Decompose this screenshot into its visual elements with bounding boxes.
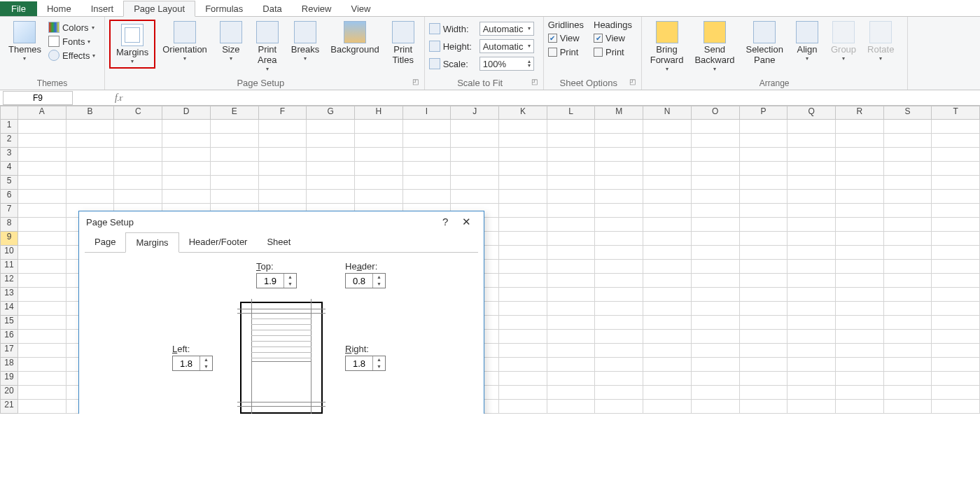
cell[interactable] xyxy=(595,316,643,330)
cell[interactable] xyxy=(403,134,451,148)
cell[interactable] xyxy=(547,358,596,372)
cell[interactable] xyxy=(595,330,643,344)
cell[interactable] xyxy=(114,148,162,162)
cell[interactable] xyxy=(18,288,66,302)
cell[interactable] xyxy=(114,120,162,134)
fx-icon[interactable]: f𝑥 xyxy=(115,92,122,104)
cell[interactable] xyxy=(595,260,643,274)
cell[interactable] xyxy=(932,134,980,148)
print-titles-button[interactable]: Print Titles xyxy=(386,20,420,67)
cell[interactable] xyxy=(451,162,499,176)
cell[interactable] xyxy=(932,148,980,162)
cell[interactable] xyxy=(18,260,66,274)
bring-forward-button[interactable]: Bring Forward▾ xyxy=(646,20,688,74)
cell[interactable] xyxy=(643,120,692,134)
cell[interactable] xyxy=(643,176,692,190)
cell[interactable] xyxy=(595,190,643,204)
top-margin-input[interactable] xyxy=(257,274,284,288)
cell[interactable] xyxy=(643,134,692,148)
cell[interactable] xyxy=(307,190,355,204)
cell[interactable] xyxy=(643,330,692,344)
cell[interactable] xyxy=(547,260,596,274)
column-header[interactable]: M xyxy=(595,106,643,120)
width-selector[interactable]: Automatic▾ xyxy=(479,22,534,36)
cell[interactable] xyxy=(740,330,788,344)
cell[interactable] xyxy=(836,120,884,134)
cell[interactable] xyxy=(595,358,643,372)
cell[interactable] xyxy=(114,190,162,204)
column-header[interactable]: C xyxy=(114,106,162,120)
cell[interactable] xyxy=(884,162,932,176)
page-setup-dialog-launcher[interactable]: ◰ xyxy=(412,78,419,85)
row-header[interactable]: 19 xyxy=(0,372,18,386)
cell[interactable] xyxy=(932,218,980,232)
cell[interactable] xyxy=(884,344,932,358)
ribbon-tab-data[interactable]: Data xyxy=(253,1,291,16)
spinner-arrows-icon[interactable]: ▲▼ xyxy=(200,356,212,370)
column-header[interactable]: E xyxy=(211,106,259,120)
ribbon-tab-insert[interactable]: Insert xyxy=(81,1,124,16)
dialog-close-button[interactable]: ✕ xyxy=(456,216,477,227)
cell[interactable] xyxy=(788,148,836,162)
cell[interactable] xyxy=(836,386,884,400)
cell[interactable] xyxy=(499,372,547,386)
cell[interactable] xyxy=(788,176,836,190)
right-margin-input[interactable] xyxy=(346,356,372,370)
cell[interactable] xyxy=(547,302,596,316)
cell[interactable] xyxy=(884,358,932,372)
cell[interactable] xyxy=(643,204,692,218)
cell[interactable] xyxy=(451,120,499,134)
column-header[interactable]: D xyxy=(162,106,211,120)
cell[interactable] xyxy=(932,330,980,344)
cell[interactable] xyxy=(499,162,547,176)
cell[interactable] xyxy=(259,134,307,148)
colors-button[interactable]: Colors▾ xyxy=(48,21,96,34)
cell[interactable] xyxy=(18,190,66,204)
column-header[interactable]: A xyxy=(18,106,66,120)
print-area-button[interactable]: Print Area▾ xyxy=(251,20,284,74)
file-tab[interactable]: File xyxy=(0,1,37,16)
row-header[interactable]: 10 xyxy=(0,246,18,260)
cell[interactable] xyxy=(18,302,66,316)
cell[interactable] xyxy=(692,400,740,414)
cell[interactable] xyxy=(788,316,836,330)
cell[interactable] xyxy=(836,372,884,386)
cell[interactable] xyxy=(595,120,643,134)
cell[interactable] xyxy=(884,288,932,302)
row-header[interactable]: 12 xyxy=(0,274,18,288)
cell[interactable] xyxy=(836,148,884,162)
cell[interactable] xyxy=(547,372,596,386)
cell[interactable] xyxy=(884,260,932,274)
cell[interactable] xyxy=(595,148,643,162)
cell[interactable] xyxy=(307,176,355,190)
cell[interactable] xyxy=(259,120,307,134)
cell[interactable] xyxy=(547,344,596,358)
cell[interactable] xyxy=(740,232,788,246)
cell[interactable] xyxy=(836,232,884,246)
cell[interactable] xyxy=(499,302,547,316)
cell[interactable] xyxy=(595,232,643,246)
cell[interactable] xyxy=(788,400,836,414)
cell[interactable] xyxy=(788,302,836,316)
cell[interactable] xyxy=(66,134,115,148)
cell[interactable] xyxy=(692,246,740,260)
cell[interactable] xyxy=(932,372,980,386)
cell[interactable] xyxy=(547,330,596,344)
orientation-button[interactable]: Orientation▾ xyxy=(158,20,211,63)
cell[interactable] xyxy=(788,358,836,372)
left-margin-input[interactable] xyxy=(173,356,200,370)
cell[interactable] xyxy=(18,148,66,162)
effects-button[interactable]: Effects▾ xyxy=(48,49,96,62)
cell[interactable] xyxy=(836,176,884,190)
cell[interactable] xyxy=(259,148,307,162)
cell[interactable] xyxy=(836,400,884,414)
cell[interactable] xyxy=(66,120,115,134)
cell[interactable] xyxy=(836,260,884,274)
cell[interactable] xyxy=(499,386,547,400)
cell[interactable] xyxy=(836,162,884,176)
cell[interactable] xyxy=(499,176,547,190)
spinner-arrows-icon[interactable]: ▲▼ xyxy=(372,274,385,288)
cell[interactable] xyxy=(18,176,66,190)
cell[interactable] xyxy=(499,358,547,372)
cell[interactable] xyxy=(740,260,788,274)
